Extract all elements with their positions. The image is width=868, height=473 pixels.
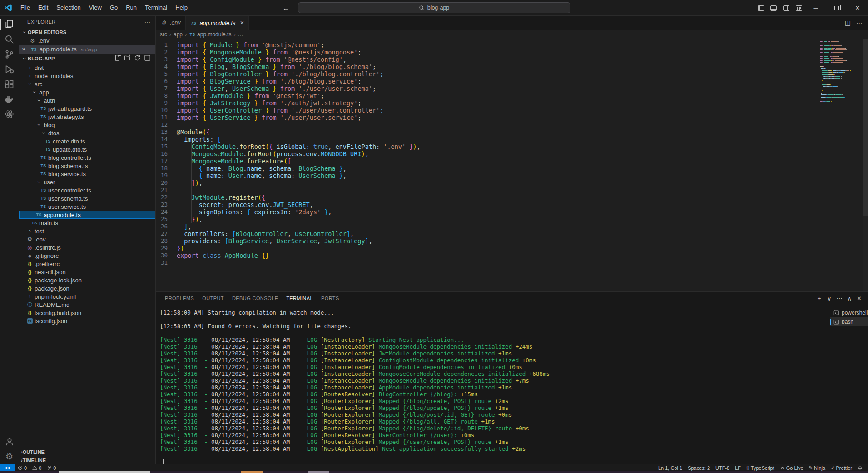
close-icon[interactable]: ✕ bbox=[240, 20, 244, 26]
status-cursor-position[interactable]: Ln 1, Col 1 bbox=[655, 465, 685, 471]
minimize-button[interactable]: ─ bbox=[805, 0, 826, 16]
more-actions-button[interactable]: ⋯ bbox=[856, 19, 863, 26]
shell-bash[interactable]: bash bbox=[830, 317, 868, 326]
breadcrumb-item-[interactable]: … bbox=[238, 31, 243, 38]
status-warnings[interactable]: 0 bbox=[30, 465, 44, 471]
tree-item-update-dto-ts[interactable]: TSupdate.dto.ts bbox=[19, 145, 155, 153]
tree-item-tsconfig-json[interactable]: tstsconfig.json bbox=[19, 317, 155, 325]
tree-item-user-controller-ts[interactable]: TSuser.controller.ts bbox=[19, 186, 155, 194]
toggle-sidebar-button[interactable] bbox=[754, 0, 767, 16]
section-timeline[interactable]: ›TIMELINE bbox=[19, 456, 155, 464]
status-language-mode[interactable]: {}TypeScript bbox=[744, 465, 777, 471]
breadcrumb-item-app[interactable]: app bbox=[174, 31, 183, 38]
tree-item-gitignore[interactable]: ◆.gitignore bbox=[19, 251, 155, 260]
panel-tab-terminal[interactable]: TERMINAL bbox=[282, 292, 317, 305]
new-terminal-button[interactable]: ＋ bbox=[816, 294, 822, 302]
open-editor-env[interactable]: ⚙.env bbox=[19, 36, 155, 45]
tree-item-auth[interactable]: ›auth bbox=[19, 96, 155, 104]
tree-item-jwt-strategy-ts[interactable]: TSjwt.strategy.ts bbox=[19, 113, 155, 121]
tree-item-prettierrc[interactable]: {}.prettierrc bbox=[19, 260, 155, 268]
restore-button[interactable] bbox=[826, 0, 847, 16]
taskbar-item[interactable] bbox=[59, 471, 150, 473]
close-window-button[interactable]: ✕ bbox=[847, 0, 868, 16]
tree-item-user[interactable]: ›user bbox=[19, 178, 155, 186]
tab-app-module-ts[interactable]: TSapp.module.ts✕ bbox=[186, 16, 249, 30]
open-editor-app-module-ts[interactable]: ✕TSapp.module.tssrc\app bbox=[19, 45, 155, 54]
more-actions-button[interactable]: ⋯ bbox=[837, 295, 843, 302]
activity-explorer-button[interactable] bbox=[0, 17, 19, 32]
activity-react-snippets-button[interactable] bbox=[0, 107, 19, 122]
split-editor-button[interactable]: ◫ bbox=[845, 19, 851, 26]
tree-item-tsconfig-build-json[interactable]: {}tsconfig.build.json bbox=[19, 309, 155, 317]
close-icon[interactable]: ✕ bbox=[22, 47, 28, 52]
toggle-secondary-sidebar-button[interactable] bbox=[780, 0, 793, 16]
tree-item-blog[interactable]: ›blog bbox=[19, 121, 155, 129]
command-center-search[interactable]: blog-app bbox=[298, 2, 570, 13]
tree-item-blog-service-ts[interactable]: TSblog.service.ts bbox=[19, 170, 155, 178]
editor-scrollbar[interactable] bbox=[863, 39, 868, 291]
scrollbar-thumb[interactable] bbox=[863, 39, 868, 216]
terminal-dropdown-button[interactable]: ∨ bbox=[827, 295, 832, 302]
nav-back-button[interactable]: ← bbox=[283, 4, 289, 12]
status-go-live[interactable]: Go Live bbox=[777, 465, 806, 471]
remote-indicator-button[interactable]: >< bbox=[0, 464, 15, 471]
tree-item-app[interactable]: ›app bbox=[19, 88, 155, 96]
code-editor[interactable]: 1234567891011121314151617181920212223242… bbox=[156, 39, 868, 291]
status-notifications[interactable] bbox=[855, 465, 865, 470]
refresh-button[interactable] bbox=[134, 54, 141, 62]
new-file-button[interactable] bbox=[114, 54, 121, 62]
project-root-header[interactable]: › BLOG-APP bbox=[19, 54, 155, 63]
tree-item-blog-controller-ts[interactable]: TSblog.controller.ts bbox=[19, 153, 155, 162]
new-folder-button[interactable] bbox=[124, 54, 131, 62]
activity-settings-button[interactable]: ⚙ bbox=[0, 449, 19, 464]
panel-tab-debug-console[interactable]: DEBUG CONSOLE bbox=[228, 292, 282, 305]
taskbar-item[interactable] bbox=[241, 471, 263, 473]
status-ninja[interactable]: ✎Ninja bbox=[806, 465, 828, 471]
toggle-panel-button[interactable] bbox=[767, 0, 780, 16]
section-outline[interactable]: ›OUTLINE bbox=[19, 448, 155, 456]
menu-item-run[interactable]: Run bbox=[122, 0, 141, 15]
menu-item-selection[interactable]: Selection bbox=[52, 0, 84, 15]
tree-item-test[interactable]: ›test bbox=[19, 227, 155, 235]
tree-item-package-json[interactable]: {}package.json bbox=[19, 284, 155, 292]
menu-item-view[interactable]: View bbox=[85, 0, 106, 15]
customize-layout-button[interactable] bbox=[793, 0, 805, 16]
close-panel-button[interactable]: ✕ bbox=[857, 295, 862, 302]
shell-powershell[interactable]: powershell bbox=[830, 308, 868, 317]
tree-item-dtos[interactable]: ›dtos bbox=[19, 129, 155, 137]
tree-item-package-lock-json[interactable]: {}package-lock.json bbox=[19, 276, 155, 284]
tab-env[interactable]: ⚙.env bbox=[156, 16, 186, 30]
terminal-output[interactable]: [12:58:00 AM] Starting compilation in wa… bbox=[156, 305, 830, 464]
maximize-panel-button[interactable]: ∧ bbox=[848, 295, 852, 302]
activity-run-and-debug-button[interactable] bbox=[0, 62, 19, 77]
tree-item-app-module-ts[interactable]: TSapp.module.ts bbox=[19, 211, 155, 219]
menu-item-terminal[interactable]: Terminal bbox=[141, 0, 171, 15]
activity-search-button[interactable] bbox=[0, 32, 19, 47]
menu-item-edit[interactable]: Edit bbox=[34, 0, 52, 15]
activity-extensions-button[interactable] bbox=[0, 77, 19, 92]
menu-item-file[interactable]: File bbox=[16, 0, 34, 15]
tree-item-main-ts[interactable]: TSmain.ts bbox=[19, 219, 155, 227]
tree-item-user-service-ts[interactable]: TSuser.service.ts bbox=[19, 202, 155, 211]
menu-item-help[interactable]: Help bbox=[171, 0, 192, 15]
tree-item-src[interactable]: ›src bbox=[19, 80, 155, 88]
activity-source-control-button[interactable] bbox=[0, 47, 19, 62]
tree-item-eslintrc-js[interactable]: ◎.eslintrc.js bbox=[19, 243, 155, 251]
tree-item-create-dto-ts[interactable]: TScreate.dto.ts bbox=[19, 137, 155, 145]
tree-item-dist[interactable]: ›dist bbox=[19, 64, 155, 72]
minimap[interactable] bbox=[820, 41, 859, 105]
taskbar-item[interactable] bbox=[308, 471, 329, 473]
status-prettier[interactable]: ✔Prettier bbox=[828, 465, 855, 471]
open-editors-header[interactable]: › OPEN EDITORS bbox=[19, 28, 155, 36]
status-eol[interactable]: LF bbox=[732, 465, 744, 471]
breadcrumb-item-app-module-ts[interactable]: TSapp.module.ts bbox=[189, 31, 231, 38]
status-encoding[interactable]: UTF-8 bbox=[713, 465, 732, 471]
tree-item-pnpm-lock-yaml[interactable]: !pnpm-lock.yaml bbox=[19, 292, 155, 301]
panel-tab-problems[interactable]: PROBLEMS bbox=[161, 292, 198, 305]
collapse-all-button[interactable] bbox=[144, 54, 151, 62]
explorer-more-actions-button[interactable]: ⋯ bbox=[144, 18, 151, 25]
status-errors[interactable]: 0 bbox=[15, 465, 30, 471]
tree-item-readme-md[interactable]: ⓘREADME.md bbox=[19, 301, 155, 309]
menu-item-go[interactable]: Go bbox=[106, 0, 122, 15]
tree-item-node-modules[interactable]: ›node_modules bbox=[19, 72, 155, 80]
